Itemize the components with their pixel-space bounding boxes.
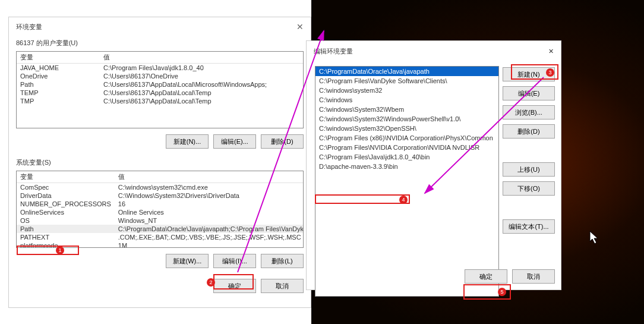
var-name: Path: [17, 225, 115, 233]
table-row[interactable]: ComSpecC:\windows\system32\cmd.exe: [17, 183, 304, 192]
sys-edit-button[interactable]: 编辑(I)...: [213, 254, 256, 268]
table-row[interactable]: DriverDataC:\Windows\System32\Drivers\Dr…: [17, 191, 304, 200]
list-item[interactable]: D:\apache-maven-3.3.9\bin: [315, 162, 498, 171]
var-value: 1M: [115, 241, 304, 248]
var-value: C:\windows\system32\cmd.exe: [115, 183, 304, 192]
table-row[interactable]: NUMBER_OF_PROCESSORS16: [17, 200, 304, 208]
var-name: JAVA_HOME: [17, 64, 100, 73]
table-row[interactable]: OSWindows_NT: [17, 216, 304, 225]
var-value: Windows_NT: [115, 216, 304, 225]
user-vars-label: 86137 的用户变量(U): [9, 36, 311, 49]
list-item[interactable]: C:\Program Files\Java\jdk1.8.0_40\bin: [315, 152, 498, 162]
sys-new-button[interactable]: 新建(W)...: [166, 254, 209, 268]
table-row[interactable]: OnlineServicesOnline Services: [17, 208, 304, 216]
env-vars-dialog: 环境变量 ✕ 86137 的用户变量(U) 变量 值 JAVA_HOMEC:\P…: [8, 17, 311, 308]
dialog2-title: 编辑环境变量: [314, 47, 353, 56]
var-value: C:\Users\86137\OneDrive: [100, 72, 303, 80]
var-name: PATHEXT: [17, 233, 115, 241]
list-item[interactable]: C:\windows\System32\WindowsPowerShell\v1…: [315, 114, 498, 124]
edit-text-button[interactable]: 编辑文本(T)...: [503, 219, 555, 234]
var-value: C:\ProgramData\Oracle\Java\javapath;C:\P…: [115, 225, 304, 233]
var-name: ComSpec: [17, 183, 115, 192]
table-row[interactable]: PathC:\ProgramData\Oracle\Java\javapath;…: [17, 225, 304, 233]
col-header-var[interactable]: 变量: [17, 52, 100, 64]
var-value: C:\Users\86137\AppData\Local\Temp: [100, 97, 303, 105]
dialog1-title: 环境变量: [16, 23, 42, 32]
user-vars-list[interactable]: 变量 值 JAVA_HOMEC:\Program Files\Java\jdk1…: [16, 51, 304, 128]
sys-vars-label: 系统变量(S): [9, 156, 311, 168]
sys-vars-list[interactable]: 变量 值 ComSpecC:\windows\system32\cmd.exeD…: [16, 171, 304, 248]
var-value: .COM;.EXE;.BAT;.CMD;.VBS;.VBE;.JS;.JSE;.…: [115, 233, 304, 241]
path-entries-list[interactable]: C:\ProgramData\Oracle\Java\javapathC:\Pr…: [315, 66, 499, 297]
dialog1-cancel-button[interactable]: 取消: [261, 279, 304, 293]
var-name: OnlineServices: [17, 208, 115, 216]
close-icon[interactable]: ✕: [548, 48, 554, 55]
close-icon[interactable]: ✕: [296, 22, 304, 32]
dialog2-cancel-button[interactable]: 取消: [512, 269, 555, 284]
var-name: Path: [17, 80, 100, 89]
var-value: Online Services: [115, 208, 304, 216]
list-item[interactable]: C:\windows\System32\OpenSSH\: [315, 124, 498, 133]
col-header-val[interactable]: 值: [100, 52, 303, 64]
table-row[interactable]: OneDriveC:\Users\86137\OneDrive: [17, 72, 303, 80]
var-name: TMP: [17, 97, 100, 105]
user-edit-button[interactable]: 编辑(E)...: [213, 134, 256, 149]
dialog2-ok-button[interactable]: 确定: [465, 269, 507, 284]
var-name: TEMP: [17, 89, 100, 97]
var-value: C:\Windows\System32\Drivers\DriverData: [115, 191, 304, 200]
edit-env-var-dialog: 编辑环境变量 ✕ C:\ProgramData\Oracle\Java\java…: [306, 40, 561, 290]
col-header-val[interactable]: 值: [115, 171, 304, 183]
var-name: DriverData: [17, 191, 115, 200]
list-item[interactable]: C:\Program Files\VanDyke Software\Client…: [315, 76, 498, 86]
table-row[interactable]: TEMPC:\Users\86137\AppData\Local\Temp: [17, 89, 303, 97]
var-value: C:\Users\86137\AppData\Local\Microsoft\W…: [100, 80, 303, 89]
var-name: OneDrive: [17, 72, 100, 80]
user-delete-button[interactable]: 删除(D): [261, 134, 304, 149]
var-value: C:\Users\86137\AppData\Local\Temp: [100, 89, 303, 97]
dialog1-ok-button[interactable]: 确定: [213, 279, 256, 293]
user-new-button[interactable]: 新建(N)...: [166, 134, 209, 149]
table-row[interactable]: platformcode1M: [17, 241, 304, 248]
var-name: OS: [17, 216, 115, 225]
var-value: 16: [115, 200, 304, 208]
col-header-var[interactable]: 变量: [17, 171, 115, 183]
new-button[interactable]: 新建(N): [503, 67, 555, 81]
var-name: platformcode: [17, 241, 115, 248]
var-name: NUMBER_OF_PROCESSORS: [17, 200, 115, 208]
list-item[interactable]: C:\Program Files\NVIDIA Corporation\NVID…: [315, 143, 498, 152]
list-item[interactable]: C:\windows\system32: [315, 86, 498, 95]
list-item[interactable]: C:\windows: [315, 95, 498, 105]
edit-button[interactable]: 编辑(E): [503, 86, 555, 100]
table-row[interactable]: TMPC:\Users\86137\AppData\Local\Temp: [17, 97, 303, 105]
list-item[interactable]: C:\Program Files (x86)\NVIDIA Corporatio…: [315, 133, 498, 143]
table-row[interactable]: PathC:\Users\86137\AppData\Local\Microso…: [17, 80, 303, 89]
table-row[interactable]: JAVA_HOMEC:\Program Files\Java\jdk1.8.0_…: [17, 64, 303, 73]
move-up-button[interactable]: 上移(U): [503, 162, 555, 177]
list-item[interactable]: C:\windows\System32\Wbem: [315, 105, 498, 114]
move-down-button[interactable]: 下移(O): [503, 181, 555, 196]
var-value: C:\Program Files\Java\jdk1.8.0_40: [100, 64, 303, 73]
browse-button[interactable]: 浏览(B)...: [503, 105, 555, 119]
list-item[interactable]: C:\ProgramData\Oracle\Java\javapath: [315, 67, 498, 76]
delete-button[interactable]: 删除(D): [503, 124, 555, 139]
table-row[interactable]: PATHEXT.COM;.EXE;.BAT;.CMD;.VBS;.VBE;.JS…: [17, 233, 304, 241]
sys-delete-button[interactable]: 删除(L): [261, 254, 304, 268]
